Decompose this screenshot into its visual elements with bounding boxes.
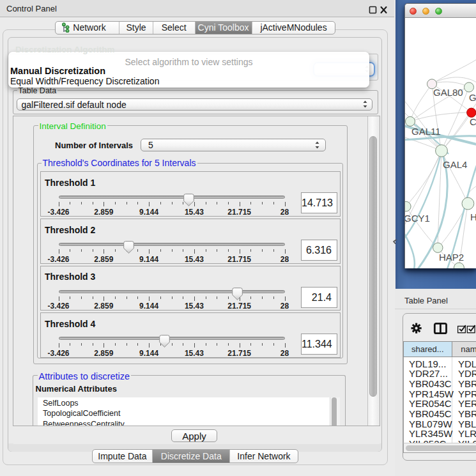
svg-text:HIS7: HIS7 (470, 211, 476, 222)
svg-text:GAL7: GAL7 (469, 91, 476, 102)
svg-text:GAL4: GAL4 (443, 158, 467, 169)
svg-text:HAP2: HAP2 (439, 251, 464, 262)
svg-text:GAL11: GAL11 (411, 126, 441, 137)
svg-text:CDC3: CDC3 (470, 116, 476, 127)
svg-text:GAL80: GAL80 (433, 86, 463, 97)
svg-text:GCY1: GCY1 (405, 212, 430, 223)
